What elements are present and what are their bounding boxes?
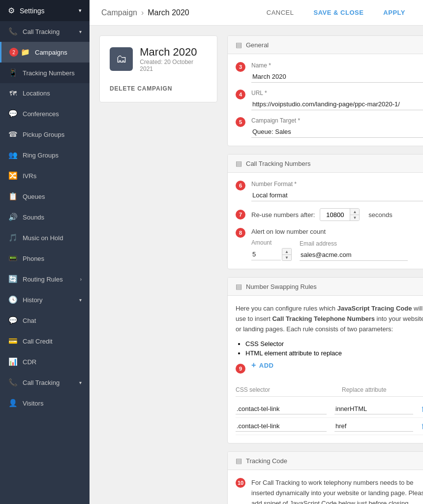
swapping-icon: ▤ [236, 283, 242, 290]
format-select[interactable]: Local format International format E.164 [251, 189, 423, 201]
content-area: 🗂 March 2020 Created: 20 October 2021 DE… [90, 26, 423, 504]
swapping-info: Here you can configure rules which JavaS… [236, 304, 423, 334]
sidebar-item-locations[interactable]: 🗺 Locations [0, 83, 90, 103]
reuse-field-row: Re-use numbers after: ▲ ▼ seconds [251, 208, 423, 221]
sidebar-item-sounds[interactable]: 🔊 Sounds [0, 207, 90, 227]
apply-button[interactable]: APPLY [377, 6, 411, 19]
step-badge-6: 6 [236, 181, 245, 190]
alert-row-outer: 8 Alert on low number count Amount ▲ [236, 228, 423, 261]
attr-input-2[interactable] [334, 421, 413, 432]
sidebar-item-label: Queues [23, 193, 82, 200]
url-field-row: 4 URL * [236, 90, 423, 110]
sidebar-item-pickup-groups[interactable]: ☎ Pickup Groups [0, 124, 90, 145]
sidebar-item-queues[interactable]: 📋 Queues [0, 186, 90, 207]
plus-icon: + [251, 361, 256, 370]
map-icon: 🗺 [8, 89, 18, 97]
target-select[interactable]: Queue: Sales Queue: Support IVR: Main Ri… [251, 126, 423, 138]
format-label: Number Format * [251, 181, 423, 188]
phone-icon: 📞 [8, 27, 18, 36]
reuse-increment-button[interactable]: ▲ [350, 209, 359, 215]
pickup-icon: ☎ [8, 130, 18, 139]
delete-rule-1-button[interactable]: 🗑 [421, 405, 423, 413]
sidebar-item-label: Call Tracking [23, 379, 79, 386]
phone-icon: 📱 [8, 68, 18, 77]
sidebar-item-ivrs[interactable]: 🔀 IVRs [0, 165, 90, 186]
breadcrumb: Campaign › March 2020 [101, 8, 189, 17]
sidebar-item-ring-groups[interactable]: 👥 Ring Groups [0, 145, 90, 165]
email-input[interactable] [300, 249, 408, 261]
sidebar-item-routing-rules[interactable]: 🔄 Routing Rules › [0, 269, 90, 289]
amount-input[interactable] [251, 249, 281, 260]
ivr-icon: 🔀 [8, 171, 18, 180]
sidebar-item-conferences[interactable]: 💬 Conferences [0, 103, 90, 124]
briefcase-icon: 🗂 [116, 53, 127, 65]
swapping-section-body: Here you can configure rules which JavaS… [228, 296, 423, 443]
url-input[interactable] [251, 98, 423, 110]
sidebar-header[interactable]: ⚙ Settings ▾ [0, 0, 90, 21]
queue-icon: 📋 [8, 192, 18, 201]
sidebar-item-label: Visitors [23, 400, 82, 407]
credit-icon: 💳 [8, 337, 18, 346]
sound-icon: 🔊 [8, 213, 18, 221]
gear-icon: ⚙ [8, 6, 15, 15]
save-close-button[interactable]: SAVE & CLOSE [308, 6, 370, 19]
sidebar-item-call-tracking-top[interactable]: 📞 Call Tracking ▾ [0, 21, 90, 42]
cancel-button[interactable]: CANCEL [261, 6, 300, 19]
seconds-label: seconds [368, 211, 392, 219]
target-field-row: 5 Campaign Target * Queue: Sales Queue: … [236, 117, 423, 138]
reuse-decrement-button[interactable]: ▼ [350, 215, 359, 220]
sidebar-item-label: Routing Rules [23, 276, 80, 283]
alert-fields-row: Amount ▲ ▼ [251, 239, 423, 261]
campaign-title: March 2020 [140, 46, 207, 59]
sidebar-header-label: Settings [20, 7, 45, 15]
sidebar-item-label: Ring Groups [23, 152, 82, 159]
call-tracking-numbers-section: ▤ Call Tracking Numbers 6 Number Format … [227, 154, 423, 269]
sidebar-item-chat[interactable]: 💬 Chat [0, 310, 90, 331]
sidebar-item-music-on-hold[interactable]: 🎵 Music on Hold [0, 227, 90, 248]
music-icon: 🎵 [8, 233, 18, 242]
sidebar-item-visitors[interactable]: 👤 Visitors [0, 393, 90, 413]
name-input[interactable] [251, 71, 423, 83]
tracking-section-body: 10 For Call Tracking to work telephony n… [228, 470, 423, 504]
chat-icon: 💬 [8, 316, 18, 325]
chevron-down-icon: ▾ [79, 7, 82, 14]
sidebar-item-tracking-numbers[interactable]: 📱 Tracking Numbers [0, 63, 90, 83]
add-label: ADD [259, 362, 274, 369]
reuse-input[interactable] [320, 210, 350, 220]
add-rule-button[interactable]: + ADD [251, 361, 274, 370]
css-input-2[interactable] [236, 421, 327, 432]
sidebar-item-label: Phones [23, 255, 82, 262]
sidebar-item-history[interactable]: 🕓 History ▾ [0, 289, 90, 310]
sidebar-item-campaigns[interactable]: 2 📁 Campaigns [0, 42, 90, 63]
css-input-1[interactable] [236, 404, 327, 414]
attr-input-1[interactable] [334, 404, 413, 414]
step-badge-7: 7 [236, 210, 245, 220]
campaign-card: 🗂 March 2020 Created: 20 October 2021 DE… [99, 35, 217, 102]
general-title: General [246, 41, 269, 49]
sidebar-item-call-tracking-bottom[interactable]: 📞 Call Tracking ▾ [0, 372, 90, 393]
rule-row-2: 🗑 [236, 418, 423, 435]
breadcrumb-current: March 2020 [148, 8, 189, 17]
delete-campaign-button[interactable]: DELETE CAMPAIGN [110, 85, 172, 92]
general-icon: ▤ [236, 41, 242, 49]
general-section-body: 3 Name * 4 URL * [228, 54, 423, 146]
alert-title: Alert on low number count [251, 228, 423, 235]
sidebar-item-phones[interactable]: 📟 Phones [0, 248, 90, 269]
bullet-html: HTML element attribute to replace [245, 349, 423, 357]
delete-rule-2-button[interactable]: 🗑 [421, 422, 423, 431]
swapping-title: Number Swapping Rules [246, 283, 317, 290]
sidebar-item-call-credit[interactable]: 💳 Call Credit [0, 331, 90, 351]
chevron-icon: › [80, 277, 82, 282]
amount-increment-button[interactable]: ▲ [282, 249, 291, 254]
step-badge-10: 10 [236, 478, 245, 488]
number-swapping-section: ▤ Number Swapping Rules Here you can con… [227, 277, 423, 443]
breadcrumb-parent[interactable]: Campaign [101, 8, 137, 17]
sidebar-item-cdr[interactable]: 📊 CDR [0, 351, 90, 372]
sidebar-item-label: Music on Hold [23, 234, 82, 242]
swapping-bullets: CSS Selector HTML element attribute to r… [245, 340, 423, 357]
sidebar-item-label: Call Credit [23, 338, 82, 345]
amount-decrement-button[interactable]: ▼ [282, 254, 291, 260]
campaign-info: March 2020 Created: 20 October 2021 [140, 46, 207, 72]
campaign-created: Created: 20 October 2021 [140, 59, 207, 72]
target-select-wrapper: Queue: Sales Queue: Support IVR: Main Ri… [251, 126, 423, 138]
